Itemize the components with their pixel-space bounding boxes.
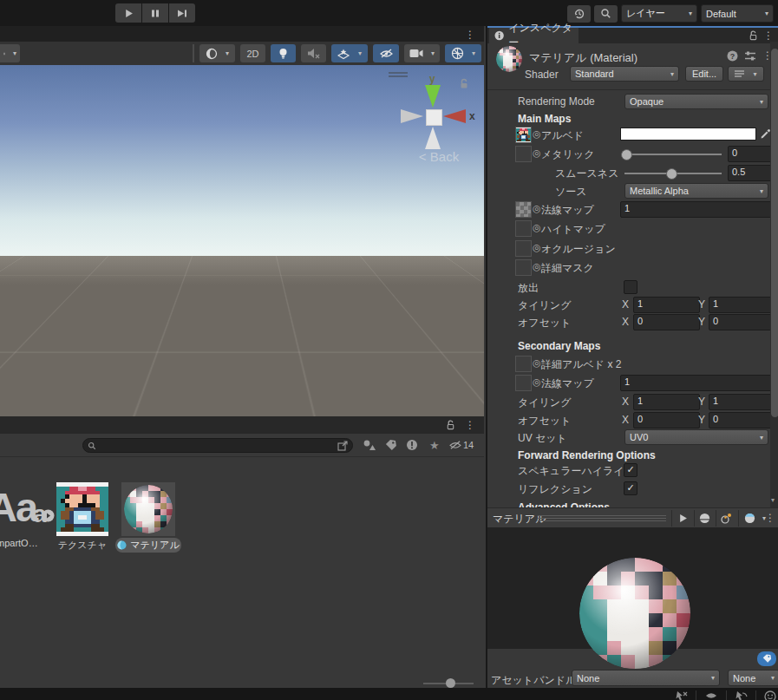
- secondary-normal-value-field[interactable]: 1: [620, 375, 777, 391]
- height-map-texture-slot[interactable]: [515, 220, 532, 237]
- preview-play-icon[interactable]: [678, 514, 688, 523]
- secondary-offset-x-field[interactable]: 0: [633, 412, 700, 429]
- scrollbar-thumb[interactable]: [771, 49, 778, 417]
- filter-by-type-icon[interactable]: [363, 439, 376, 451]
- layout-dropdown[interactable]: Default ▾: [701, 4, 774, 23]
- asset-material[interactable]: [121, 482, 175, 536]
- emission-checkbox[interactable]: [624, 280, 637, 294]
- pick-object-icon[interactable]: [735, 690, 748, 700]
- presets-icon[interactable]: [744, 50, 756, 62]
- asset-texture[interactable]: [56, 482, 108, 536]
- smoothness-slider[interactable]: [666, 168, 677, 180]
- normal-map-texture-slot[interactable]: [515, 201, 532, 218]
- undo-history-button[interactable]: [567, 5, 591, 23]
- favorites-star-icon[interactable]: ★: [429, 439, 440, 452]
- preview-menu-icon[interactable]: ⋮: [765, 512, 775, 524]
- hidden-count-icon[interactable]: [448, 440, 462, 450]
- step-button[interactable]: [169, 3, 195, 23]
- scene-audio-toggle[interactable]: [301, 44, 326, 62]
- target-icon[interactable]: ◎: [533, 222, 541, 233]
- picking-disabled-icon[interactable]: [675, 690, 688, 700]
- offset-x-field[interactable]: 0: [633, 314, 700, 330]
- target-icon[interactable]: ◎: [533, 147, 541, 159]
- project-search-input[interactable]: [82, 438, 353, 453]
- uv-set-dropdown[interactable]: UV0 ▾: [624, 429, 768, 445]
- target-icon[interactable]: ◎: [533, 128, 541, 140]
- albedo-color-swatch[interactable]: [620, 128, 756, 141]
- shader-dropdown[interactable]: Standard ▾: [570, 66, 679, 82]
- target-icon[interactable]: ◎: [533, 376, 541, 388]
- secondary-normal-texture-slot[interactable]: [515, 375, 532, 391]
- metallic-texture-slot[interactable]: [515, 146, 532, 162]
- offset-y-field[interactable]: 0: [709, 314, 777, 330]
- search-button[interactable]: [594, 5, 618, 23]
- asset-labels-button[interactable]: [757, 651, 776, 666]
- scene-effects-dropdown[interactable]: ▾: [331, 44, 368, 62]
- project-pane-menu-icon[interactable]: ⋮: [465, 419, 475, 431]
- tiling-y-field[interactable]: 1: [709, 297, 777, 313]
- gizmo-left-cone[interactable]: [401, 109, 423, 123]
- tiling-x-field[interactable]: 1: [633, 297, 700, 313]
- target-icon[interactable]: ◎: [533, 357, 541, 369]
- filter-warnings-icon[interactable]: [406, 439, 418, 451]
- shader-list-button[interactable]: ▾: [728, 66, 764, 82]
- material-preview-header[interactable]: マテリアル ▾ ⋮: [487, 507, 778, 529]
- 2d-toggle-button[interactable]: 2D: [240, 44, 265, 62]
- inspector-scrollbar[interactable]: ▾: [770, 42, 778, 507]
- shading-mode-dropdown[interactable]: ▾: [199, 44, 235, 62]
- occlusion-texture-slot[interactable]: [515, 240, 532, 257]
- gizmo-y-axis-cone[interactable]: [425, 85, 441, 108]
- rendering-mode-dropdown[interactable]: Opaque ▾: [624, 94, 768, 109]
- collab-status-icon[interactable]: [764, 690, 776, 700]
- snap-tool-button[interactable]: ▾: [0, 44, 20, 62]
- asset-material-label[interactable]: マテリアル: [115, 538, 181, 553]
- metallic-slider[interactable]: [621, 149, 632, 160]
- target-icon[interactable]: ◎: [533, 261, 541, 272]
- open-search-window-icon[interactable]: [337, 441, 348, 451]
- lock-icon[interactable]: [459, 78, 469, 89]
- scene-camera-dropdown[interactable]: ▾: [404, 44, 440, 62]
- preview-drag-handle[interactable]: [538, 515, 666, 521]
- specular-checkbox[interactable]: ✓: [624, 463, 637, 477]
- slider-handle[interactable]: [446, 678, 455, 688]
- source-dropdown[interactable]: Metallic Alpha ▾: [624, 183, 768, 199]
- albedo-texture-slot[interactable]: [515, 127, 532, 143]
- target-icon[interactable]: ◎: [533, 242, 541, 253]
- pause-button[interactable]: [142, 3, 168, 23]
- detail-albedo-texture-slot[interactable]: [515, 356, 532, 372]
- preview-lighting-icon[interactable]: [721, 513, 733, 524]
- filter-by-label-icon[interactable]: [385, 440, 397, 451]
- secondary-offset-y-field[interactable]: 0: [709, 412, 777, 429]
- asset-bundle-variant-dropdown[interactable]: None ▾: [728, 670, 778, 686]
- unlock-icon[interactable]: [446, 420, 455, 430]
- scene-view[interactable]: y x < Back: [0, 65, 484, 416]
- visibility-icon[interactable]: [704, 690, 718, 700]
- scene-visibility-toggle[interactable]: [373, 44, 399, 62]
- secondary-tiling-x-field[interactable]: 1: [633, 394, 700, 410]
- shader-edit-button[interactable]: Edit...: [685, 66, 723, 82]
- material-preview-sphere[interactable]: [579, 558, 690, 669]
- asset-bundle-dropdown[interactable]: None ▾: [572, 670, 720, 686]
- reflections-checkbox[interactable]: ✓: [624, 481, 637, 495]
- scene-pane-menu-icon[interactable]: ⋮: [465, 29, 475, 41]
- asset-font[interactable]: Aa a: [0, 481, 45, 539]
- gizmo-bottom-cone[interactable]: [425, 127, 441, 149]
- asset-font-label[interactable]: mpartO…: [0, 538, 42, 548]
- scene-lighting-toggle[interactable]: [271, 44, 296, 62]
- material-preview[interactable]: [487, 527, 778, 649]
- asset-texture-label[interactable]: テクスチャ: [54, 539, 111, 552]
- detail-mask-texture-slot[interactable]: [515, 259, 532, 276]
- play-button[interactable]: [115, 3, 141, 23]
- help-icon[interactable]: ?: [727, 50, 738, 62]
- scroll-down-arrow-icon[interactable]: ▾: [771, 496, 775, 504]
- gizmo-view-label[interactable]: < Back: [400, 149, 478, 164]
- target-icon[interactable]: ◎: [533, 203, 541, 214]
- secondary-tiling-y-field[interactable]: 1: [709, 394, 777, 410]
- gizmo-x-axis-cone[interactable]: [443, 109, 466, 123]
- gizmo-center-cube[interactable]: [426, 109, 442, 126]
- preview-shape-icon[interactable]: [699, 513, 710, 524]
- unlock-icon[interactable]: [749, 30, 758, 41]
- scene-gizmos-dropdown[interactable]: ▾: [445, 44, 481, 62]
- orientation-gizmo[interactable]: y x < Back: [405, 76, 483, 172]
- preview-environment-icon[interactable]: [744, 513, 755, 524]
